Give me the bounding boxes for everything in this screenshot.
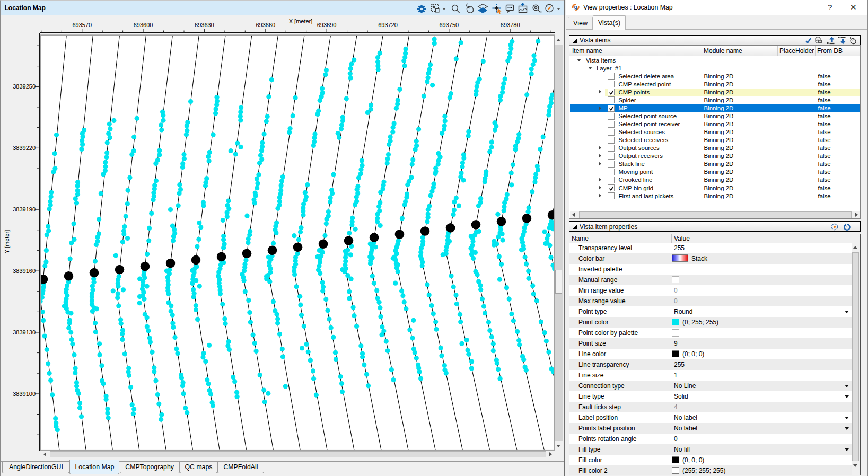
svg-text:Y [meter]: Y [meter] xyxy=(4,230,10,253)
svg-text:693600: 693600 xyxy=(134,22,153,28)
svg-text:3839130: 3839130 xyxy=(13,329,36,336)
svg-text:693720: 693720 xyxy=(378,22,398,28)
svg-text:g: g xyxy=(574,4,577,10)
svg-text:693660: 693660 xyxy=(256,22,275,28)
svg-text:3839100: 3839100 xyxy=(13,391,36,397)
svg-text:693780: 693780 xyxy=(501,22,520,28)
svg-text:693750: 693750 xyxy=(439,22,459,28)
svg-text:3839160: 3839160 xyxy=(13,268,36,274)
svg-text:3839220: 3839220 xyxy=(13,145,36,151)
svg-text:693630: 693630 xyxy=(195,22,214,28)
svg-text:X [meter]: X [meter] xyxy=(289,18,313,24)
svg-text:3839190: 3839190 xyxy=(13,206,36,213)
svg-text:693690: 693690 xyxy=(317,22,337,28)
svg-text:3839250: 3839250 xyxy=(13,83,36,90)
svg-text:693570: 693570 xyxy=(72,22,92,28)
